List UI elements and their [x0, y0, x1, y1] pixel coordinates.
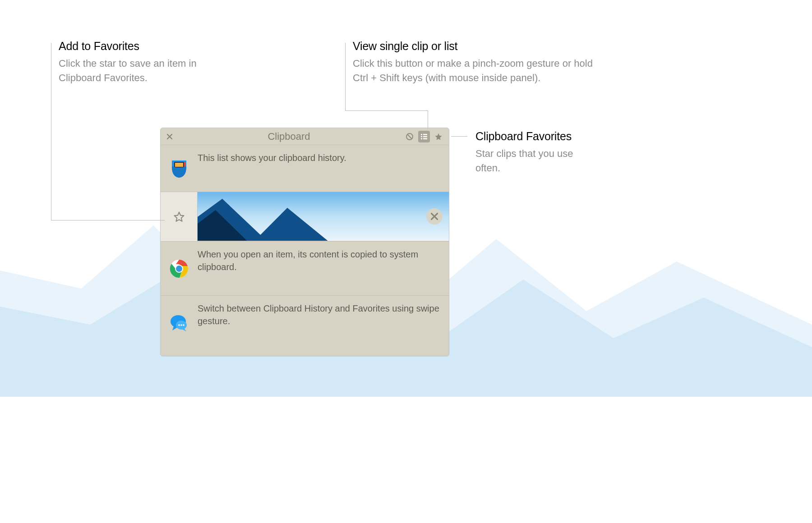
- clip-source-icon: [161, 145, 198, 192]
- clip-source-icon: [161, 296, 198, 350]
- chrome-app-icon: [169, 259, 189, 279]
- callout-title: Clipboard Favorites: [475, 130, 593, 143]
- close-icon: [167, 134, 172, 139]
- leader-line: [51, 220, 165, 220]
- pocket-app-icon: [169, 159, 189, 179]
- clip-source-icon: [161, 242, 198, 295]
- leader-line: [451, 136, 467, 137]
- star-outline-icon: [173, 211, 185, 223]
- panel-title: Clipboard: [174, 131, 404, 142]
- star-icon: [434, 133, 443, 141]
- clip-text: When you open an item, its content is co…: [198, 242, 449, 295]
- svg-rect-9: [175, 163, 183, 167]
- svg-rect-4: [421, 136, 422, 137]
- svg-rect-3: [423, 134, 427, 135]
- clear-history-button[interactable]: [404, 131, 415, 142]
- clip-rows: This list shows your clipboard history.: [161, 145, 449, 356]
- panel-header: Clipboard: [161, 128, 449, 145]
- delete-clip-button[interactable]: [426, 208, 443, 225]
- callout-title: Add to Favorites: [59, 40, 230, 53]
- leader-line: [345, 43, 346, 110]
- favorites-view-button[interactable]: [433, 131, 444, 142]
- clip-row[interactable]: This list shows your clipboard history.: [161, 145, 449, 192]
- svg-rect-6: [421, 138, 422, 139]
- clip-text: This list shows your clipboard history.: [198, 145, 449, 192]
- svg-rect-2: [421, 134, 422, 135]
- list-icon: [420, 133, 428, 141]
- callout-body: Click this button or make a pinch-zoom g…: [353, 56, 605, 85]
- callout-clipboard-favorites: Clipboard Favorites Star clips that you …: [475, 130, 593, 175]
- mountain-thumbnail: [198, 192, 449, 241]
- clip-text: Switch between Clipboard History and Fav…: [198, 296, 449, 350]
- callout-view-mode: View single clip or list Click this butt…: [353, 40, 605, 85]
- svg-point-18: [180, 324, 182, 326]
- leader-line: [345, 110, 428, 111]
- favorite-toggle[interactable]: [161, 192, 198, 241]
- messages-app-icon: [169, 313, 189, 333]
- list-view-button[interactable]: [418, 131, 430, 142]
- svg-point-17: [178, 324, 180, 326]
- svg-point-14: [176, 266, 182, 272]
- clip-row[interactable]: When you open an item, its content is co…: [161, 242, 449, 296]
- svg-rect-7: [423, 138, 427, 139]
- no-entry-icon: [406, 133, 414, 141]
- callout-add-to-favorites: Add to Favorites Click the star to save …: [59, 40, 230, 85]
- callout-title: View single clip or list: [353, 40, 605, 53]
- svg-line-1: [408, 134, 412, 138]
- clipboard-panel: Clipboard: [160, 128, 449, 356]
- panel-actions: [404, 131, 444, 142]
- clip-image-preview: [198, 192, 449, 241]
- svg-point-19: [183, 324, 185, 326]
- svg-rect-5: [423, 136, 427, 137]
- callout-body: Star clips that you use often.: [475, 147, 593, 175]
- close-icon: [431, 213, 438, 220]
- clip-row[interactable]: Switch between Clipboard History and Fav…: [161, 296, 449, 350]
- callout-body: Click the star to save an item in Clipbo…: [59, 56, 230, 85]
- close-button[interactable]: [165, 132, 174, 141]
- leader-line: [428, 110, 428, 128]
- clip-row-selected[interactable]: [161, 192, 449, 242]
- leader-line: [51, 43, 51, 220]
